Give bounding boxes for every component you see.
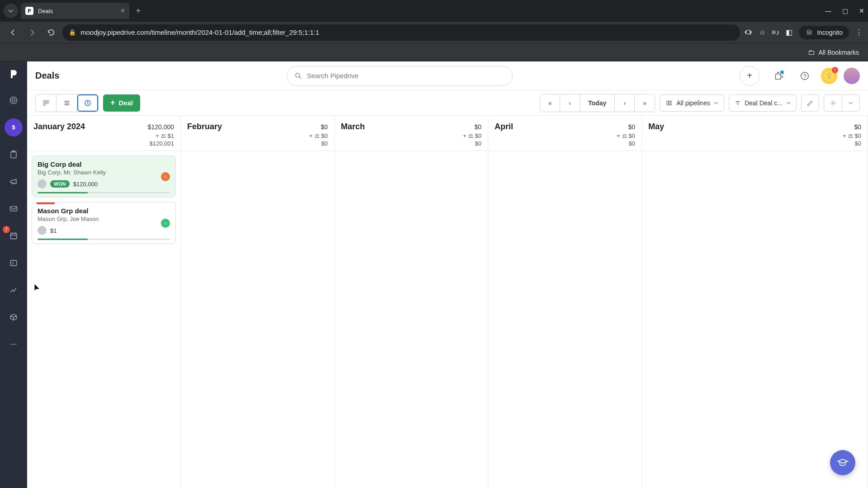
folder-icon: 🗀 xyxy=(808,48,815,56)
scale-icon: ⚖ xyxy=(161,133,166,139)
month-total: $0 xyxy=(321,123,328,131)
month-column: May $0 +⚖$0 $0 xyxy=(642,116,868,488)
view-settings-dropdown[interactable] xyxy=(842,94,860,112)
list-view-button[interactable] xyxy=(57,94,77,112)
today-label: Today xyxy=(588,99,606,107)
app-root: $ 7 Deals + ? xyxy=(0,61,868,488)
kanban-icon xyxy=(42,99,50,107)
month-cards xyxy=(181,151,334,160)
scale-icon: ⚖ xyxy=(622,133,627,139)
plus-sign: + xyxy=(843,132,846,139)
view-settings-button[interactable] xyxy=(824,94,842,112)
svg-point-14 xyxy=(296,73,300,77)
new-tab-button[interactable]: + xyxy=(136,6,141,16)
sidebar-item-contacts[interactable] xyxy=(5,254,23,272)
forward-button[interactable] xyxy=(24,25,40,40)
forecast-view-button[interactable]: $ xyxy=(77,94,98,112)
deal-card[interactable]: Mason Grp deal Mason Grp, Joe Mason › $1 xyxy=(32,202,176,244)
svg-point-11 xyxy=(11,344,12,345)
pipeline-view-button[interactable] xyxy=(36,94,57,112)
arrow-left-icon xyxy=(9,28,17,37)
search-icon xyxy=(294,72,302,80)
quick-add-button[interactable]: + xyxy=(740,66,760,86)
month-total: $0 xyxy=(628,123,635,131)
month-total: $0 xyxy=(854,123,861,131)
scale-icon: ⚖ xyxy=(468,133,473,139)
svg-rect-23 xyxy=(669,101,670,105)
dollar-icon: $ xyxy=(9,123,18,132)
tab-search-button[interactable] xyxy=(4,4,18,18)
add-deal-button[interactable]: + Deal xyxy=(103,94,140,112)
scale-icon: ⚖ xyxy=(315,133,320,139)
svg-text:?: ? xyxy=(803,73,807,79)
academy-fab[interactable] xyxy=(830,450,855,475)
month-total: $0 xyxy=(474,123,481,131)
playlist-icon[interactable]: ≡♪ xyxy=(772,28,779,37)
date-prev-button[interactable]: ‹ xyxy=(560,94,580,112)
plus-sign: + xyxy=(463,132,467,139)
date-today-button[interactable]: Today xyxy=(580,94,615,112)
sidebar-item-projects[interactable] xyxy=(5,145,23,164)
list-icon xyxy=(63,99,71,107)
month-cards xyxy=(488,151,642,160)
edit-columns-button[interactable] xyxy=(801,94,819,112)
sidebar-item-products[interactable] xyxy=(5,308,23,326)
pipedrive-logo[interactable] xyxy=(5,66,22,82)
month-header: January 2024 $120,000 +⚖$1 $120,001 xyxy=(27,116,180,151)
month-weighted: $0 xyxy=(321,132,328,139)
sidebar-item-deals[interactable]: $ xyxy=(5,118,23,136)
search-input[interactable] xyxy=(307,72,505,80)
sidebar-item-leads[interactable] xyxy=(5,91,23,109)
svg-rect-8 xyxy=(10,233,16,239)
close-window-button[interactable]: ✕ xyxy=(859,7,864,14)
user-avatar[interactable] xyxy=(844,68,860,84)
month-name: March xyxy=(341,122,365,131)
month-sum: $0 xyxy=(321,140,328,147)
global-search[interactable] xyxy=(287,66,513,86)
side-panel-icon[interactable]: ◧ xyxy=(786,28,793,37)
sidebar-item-activities[interactable]: 7 xyxy=(5,227,23,245)
maximize-button[interactable]: ▢ xyxy=(842,7,848,14)
more-icon xyxy=(9,340,18,349)
bookmark-star-icon[interactable]: ☆ xyxy=(759,28,765,37)
chevron-down-icon xyxy=(714,101,718,105)
sidebar-item-mail[interactable] xyxy=(5,200,23,218)
site-info-icon[interactable]: 🔒 xyxy=(69,29,76,36)
sidebar-item-more[interactable] xyxy=(5,335,23,353)
eye-off-icon[interactable]: 👁‍🗨 xyxy=(744,28,753,37)
box-icon xyxy=(9,313,18,322)
reload-button[interactable] xyxy=(43,25,59,40)
browser-tab[interactable]: P Deals × xyxy=(21,3,129,19)
sidebar-item-campaigns[interactable] xyxy=(5,173,23,191)
date-jump-back-button[interactable]: « xyxy=(540,94,560,112)
tab-close-button[interactable]: × xyxy=(121,7,125,15)
minimize-button[interactable]: — xyxy=(825,7,831,14)
assistant-badge: ! xyxy=(832,67,838,73)
pipeline-selector[interactable]: All pipelines xyxy=(660,94,724,112)
help-button[interactable]: ? xyxy=(795,66,815,86)
month-column: March $0 +⚖$0 $0 xyxy=(335,116,488,488)
all-bookmarks-button[interactable]: All Bookmarks xyxy=(819,49,859,56)
browser-menu-button[interactable]: ⋮ xyxy=(855,28,863,37)
month-name: January 2024 xyxy=(33,122,85,131)
sidebar-item-insights[interactable] xyxy=(5,281,23,299)
page-header: Deals + ? ! xyxy=(27,61,868,90)
sales-assistant-button[interactable]: ! xyxy=(821,68,837,84)
incognito-badge[interactable]: Incognito xyxy=(799,26,849,39)
marketplace-button[interactable] xyxy=(769,66,788,86)
window-controls: — ▢ ✕ xyxy=(825,7,864,14)
month-sum: $0 xyxy=(475,140,481,147)
filter-selector[interactable]: Deal Deal c... xyxy=(729,94,797,112)
help-icon: ? xyxy=(800,71,810,81)
deal-card[interactable]: Big Corp deal Big Corp, Mr. Shawn Kelly … xyxy=(32,155,176,197)
back-button[interactable] xyxy=(5,25,21,40)
deal-subtitle: Mason Grp, Joe Mason xyxy=(38,216,170,222)
address-bar[interactable]: 🔒 moodjoy.pipedrive.com/timeline/month/2… xyxy=(62,24,740,41)
month-name: May xyxy=(648,122,664,131)
month-cards: Big Corp deal Big Corp, Mr. Shawn Kelly … xyxy=(27,151,180,249)
date-next-button[interactable]: › xyxy=(615,94,635,112)
date-jump-forward-button[interactable]: » xyxy=(635,94,655,112)
browser-toolbar: 🔒 moodjoy.pipedrive.com/timeline/month/2… xyxy=(0,22,868,43)
graduation-cap-icon xyxy=(837,457,849,469)
incognito-icon xyxy=(805,28,813,37)
